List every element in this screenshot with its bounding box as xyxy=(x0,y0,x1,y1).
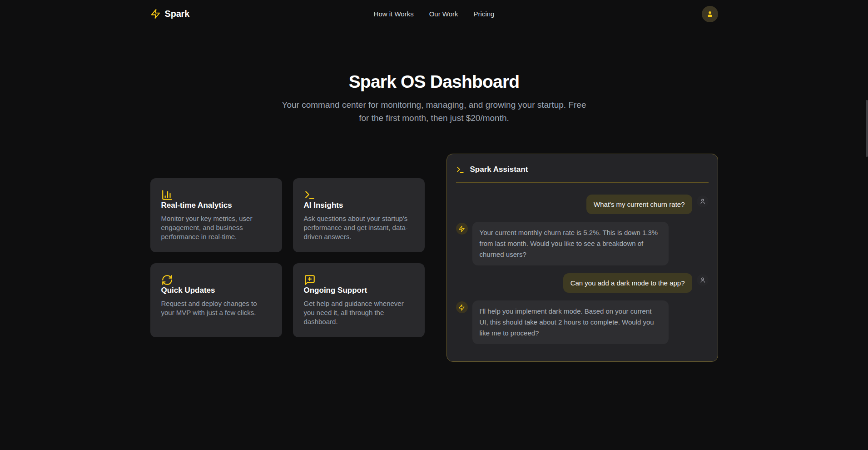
assistant-message-bubble: I'll help you implement dark mode. Based… xyxy=(472,300,669,344)
features-grid: Real-time Analytics Monitor your key met… xyxy=(150,178,425,337)
spark-logo-icon xyxy=(150,9,161,19)
top-nav: Spark How it Works Our Work Pricing xyxy=(0,0,868,28)
feature-description: Monitor your key metrics, user engagemen… xyxy=(161,214,271,241)
user-icon xyxy=(706,10,714,18)
assistant-title: Spark Assistant xyxy=(470,165,528,174)
user-message-bubble: What's my current churn rate? xyxy=(586,195,692,214)
feature-title: Real-time Analytics xyxy=(161,201,271,210)
nav-inner: Spark How it Works Our Work Pricing xyxy=(150,0,718,28)
feature-card-quick-updates: Quick Updates Request and deploy changes… xyxy=(150,263,282,337)
feature-card-ai-insights: AI Insights Ask questions about your sta… xyxy=(293,178,425,252)
bar-chart-icon xyxy=(161,189,271,201)
page-scrollbar[interactable] xyxy=(866,0,868,450)
account-avatar-button[interactable] xyxy=(702,6,718,22)
user-message-bubble: Can you add a dark mode to the app? xyxy=(563,273,692,293)
feature-card-real-time-analytics: Real-time Analytics Monitor your key met… xyxy=(150,178,282,252)
user-icon xyxy=(699,198,706,205)
main-content: Real-time Analytics Monitor your key met… xyxy=(150,154,718,362)
assistant-avatar xyxy=(456,301,468,313)
hero-subtitle: Your command center for monitoring, mana… xyxy=(282,98,587,125)
feature-description: Request and deploy changes to your MVP w… xyxy=(161,299,271,317)
assistant-avatar xyxy=(456,223,468,235)
user-avatar xyxy=(697,195,709,207)
chat-message-row-user: Can you add a dark mode to the app? xyxy=(456,273,709,293)
feature-card-ongoing-support: Ongoing Support Get help and guidance wh… xyxy=(293,263,425,337)
nav-link-how-it-works[interactable]: How it Works xyxy=(374,10,414,18)
nav-link-our-work[interactable]: Our Work xyxy=(429,10,458,18)
chat-message-row-assistant: I'll help you implement dark mode. Based… xyxy=(456,300,709,344)
chat-messages: What's my current churn rate? xyxy=(456,195,709,344)
chat-message-row-user: What's my current churn rate? xyxy=(456,195,709,214)
feature-title: Ongoing Support xyxy=(304,286,414,295)
brand-logo[interactable]: Spark xyxy=(150,9,190,19)
user-icon xyxy=(699,276,706,284)
user-avatar xyxy=(697,274,709,286)
assistant-header: Spark Assistant xyxy=(456,165,709,174)
zap-icon xyxy=(458,225,465,232)
feature-title: Quick Updates xyxy=(161,286,271,295)
page-title: Spark OS Dashboard xyxy=(0,71,868,93)
scrollbar-thumb[interactable] xyxy=(866,100,868,157)
brand-name: Spark xyxy=(165,9,190,19)
message-square-plus-icon xyxy=(304,274,414,286)
terminal-icon xyxy=(304,189,414,201)
nav-link-pricing[interactable]: Pricing xyxy=(474,10,495,18)
spark-assistant-panel: Spark Assistant What's my current churn … xyxy=(446,154,718,362)
feature-description: Get help and guidance whenever you need … xyxy=(304,299,414,326)
feature-title: AI Insights xyxy=(304,201,414,210)
nav-links: How it Works Our Work Pricing xyxy=(374,0,495,28)
chat-message-row-assistant: Your current monthly churn rate is 5.2%.… xyxy=(456,222,709,265)
feature-description: Ask questions about your startup's perfo… xyxy=(304,214,414,241)
terminal-icon xyxy=(456,165,465,174)
refresh-icon xyxy=(161,274,271,286)
hero-section: Spark OS Dashboard Your command center f… xyxy=(0,28,868,125)
assistant-message-bubble: Your current monthly churn rate is 5.2%.… xyxy=(472,222,669,265)
zap-icon xyxy=(458,304,465,311)
divider xyxy=(456,182,709,183)
